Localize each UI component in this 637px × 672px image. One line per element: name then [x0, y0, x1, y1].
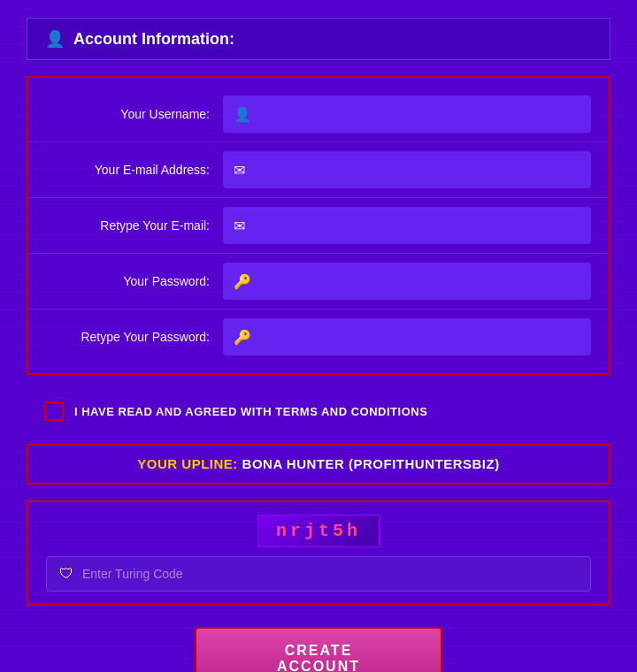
captcha-section: nrjt5h 🛡 [27, 500, 610, 606]
email-input[interactable] [252, 163, 580, 177]
email-row: Your E-mail Address: ✉ [28, 142, 609, 198]
password-input-wrapper: 🔑 [223, 263, 591, 300]
retype-email-label: Retype Your E-mail: [46, 218, 223, 233]
terms-label: I HAVE READ AND AGREED WITH TERMS AND CO… [74, 405, 427, 418]
terms-checkbox[interactable] [44, 401, 64, 421]
retype-password-row: Retype Your Password: 🔑 [28, 309, 609, 364]
create-account-button[interactable]: CREATE ACCOUNT [195, 627, 442, 672]
terms-section: I HAVE READ AND AGREED WITH TERMS AND CO… [27, 393, 610, 430]
upline-value: BONA HUNTER (PROFITHUNTERSBIZ) [238, 456, 500, 471]
registration-form: Your Username: 👤 Your E-mail Address: ✉ … [27, 76, 610, 375]
captcha-input[interactable] [82, 567, 578, 581]
retype-password-label: Retype Your Password: [46, 330, 223, 344]
username-row: Your Username: 👤 [28, 87, 609, 142]
envelope-icon-1: ✉ [234, 162, 245, 179]
email-input-wrapper: ✉ [223, 151, 591, 188]
upline-prefix: YOUR UPLINE: [137, 456, 238, 471]
username-input[interactable] [258, 107, 580, 121]
password-label: Your Password: [46, 274, 223, 288]
person-icon: 👤 [45, 29, 65, 49]
retype-email-row: Retype Your E-mail: ✉ [28, 198, 609, 254]
key-icon-1: 🔑 [234, 273, 251, 290]
shield-icon: 🛡 [59, 566, 73, 582]
email-label: Your E-mail Address: [46, 163, 223, 177]
retype-email-input-wrapper: ✉ [223, 207, 591, 244]
upline-section: YOUR UPLINE: BONA HUNTER (PROFITHUNTERSB… [27, 444, 610, 485]
username-label: Your Username: [46, 107, 223, 121]
captcha-image: nrjt5h [257, 515, 380, 547]
retype-password-input-wrapper: 🔑 [223, 318, 591, 355]
account-header-title: Account Information: [73, 30, 234, 49]
password-row: Your Password: 🔑 [28, 254, 609, 309]
account-info-header: 👤 Account Information: [27, 18, 610, 60]
username-input-wrapper: 👤 [223, 95, 591, 133]
retype-email-input[interactable] [252, 218, 580, 233]
person-input-icon: 👤 [234, 106, 251, 123]
retype-password-input[interactable] [258, 330, 580, 344]
captcha-input-row: 🛡 [46, 556, 591, 592]
envelope-icon-2: ✉ [234, 218, 245, 234]
key-icon-2: 🔑 [234, 329, 251, 346]
password-input[interactable] [258, 274, 580, 288]
